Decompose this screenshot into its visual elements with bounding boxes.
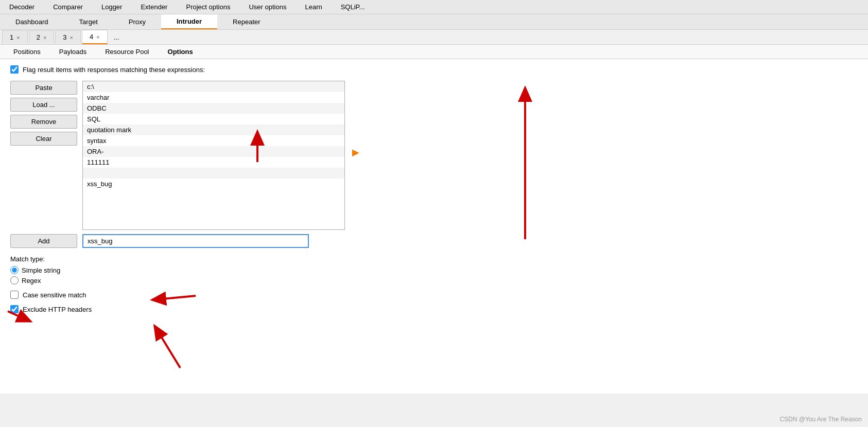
add-input[interactable] [82, 234, 309, 248]
exclude-http-row: Exclude HTTP headers [10, 305, 858, 313]
clear-button[interactable]: Clear [10, 132, 77, 146]
list-item[interactable]: xss_bug [83, 179, 344, 189]
flag-result-row: Flag result items with responses matchin… [10, 65, 858, 74]
tab-2[interactable]: 2 × [29, 30, 55, 44]
tab-close-3[interactable]: × [70, 34, 73, 41]
nav-intruder[interactable]: Intruder [161, 14, 217, 29]
radio-regex[interactable] [10, 276, 19, 284]
nav-bar: Dashboard Target Proxy Intruder Repeater [0, 14, 868, 30]
menu-logger[interactable]: Logger [92, 1, 131, 13]
nav-proxy[interactable]: Proxy [113, 15, 161, 29]
flag-label: Flag result items with responses matchin… [23, 66, 205, 74]
list-item[interactable] [83, 168, 344, 179]
list-item[interactable]: quotation mark [83, 124, 344, 135]
simple-string-label: Simple string [22, 266, 60, 274]
sub-tabs-bar: Positions Payloads Resource Pool Options [0, 45, 868, 59]
sub-tab-payloads[interactable]: Payloads [50, 45, 96, 59]
load-button[interactable]: Load ... [10, 98, 77, 112]
section-layout: Paste Load ... Remove Clear c:\ varchar … [10, 81, 858, 230]
tab-close-2[interactable]: × [43, 34, 46, 41]
match-type-section: Match type: Simple string Regex [10, 255, 858, 284]
menu-user-options[interactable]: User options [239, 1, 296, 13]
match-type-label: Match type: [10, 255, 858, 263]
tab-close-4[interactable]: × [96, 34, 99, 40]
paste-button[interactable]: Paste [10, 81, 77, 95]
nav-dashboard[interactable]: Dashboard [0, 15, 64, 29]
add-button[interactable]: Add [10, 234, 77, 248]
tab-3[interactable]: 3 × [55, 30, 81, 44]
exclude-http-checkbox[interactable] [10, 305, 19, 313]
menu-bar: Decoder Comparer Logger Extender Project… [0, 0, 868, 14]
case-sensitive-row: Case sensitive match [10, 291, 858, 299]
tab-4[interactable]: 4 × [82, 30, 108, 44]
nav-repeater[interactable]: Repeater [217, 15, 275, 29]
tab-more[interactable]: ... [109, 31, 125, 44]
list-arrow-icon: ▶ [352, 148, 359, 157]
radio-simple-string[interactable] [10, 266, 19, 274]
menu-comparer[interactable]: Comparer [44, 1, 92, 13]
add-row: Add [10, 234, 858, 248]
regex-label: Regex [22, 277, 41, 284]
watermark: CSDN @You Are The Reason [779, 416, 862, 423]
buttons-col: Paste Load ... Remove Clear [10, 81, 77, 146]
menu-project-options[interactable]: Project options [177, 1, 239, 13]
list-item[interactable]: c:\ [83, 81, 344, 92]
radio-regex-row: Regex [10, 276, 858, 284]
tab-1[interactable]: 1 × [2, 30, 28, 44]
list-item[interactable]: ODBC [83, 103, 344, 114]
sub-tab-resource-pool[interactable]: Resource Pool [96, 45, 158, 59]
list-box[interactable]: c:\ varchar ODBC SQL quotation mark synt… [82, 81, 345, 230]
menu-learn[interactable]: Learn [296, 1, 331, 13]
remove-button[interactable]: Remove [10, 115, 77, 129]
svg-line-4 [154, 326, 180, 368]
list-item[interactable]: SQL [83, 114, 344, 124]
list-item[interactable]: 111111 [83, 157, 344, 168]
list-item[interactable]: syntax [83, 135, 344, 146]
exclude-http-label: Exclude HTTP headers [23, 306, 92, 313]
sub-tab-options[interactable]: Options [159, 45, 202, 59]
main-content: Flag result items with responses matchin… [0, 59, 868, 394]
sub-tab-positions[interactable]: Positions [4, 45, 50, 59]
case-sensitive-label: Case sensitive match [23, 291, 86, 299]
radio-simple-string-row: Simple string [10, 266, 858, 274]
menu-decoder[interactable]: Decoder [0, 1, 44, 13]
list-item[interactable]: ORA- [83, 146, 344, 157]
menu-sqlip[interactable]: SQLiP... [332, 1, 374, 13]
flag-checkbox[interactable] [10, 65, 19, 74]
menu-extender[interactable]: Extender [131, 1, 177, 13]
case-sensitive-checkbox[interactable] [10, 291, 19, 299]
tab-close-1[interactable]: × [16, 34, 20, 41]
nav-target[interactable]: Target [64, 15, 113, 29]
tabs-bar: 1 × 2 × 3 × 4 × ... [0, 30, 868, 45]
list-item[interactable]: varchar [83, 92, 344, 103]
